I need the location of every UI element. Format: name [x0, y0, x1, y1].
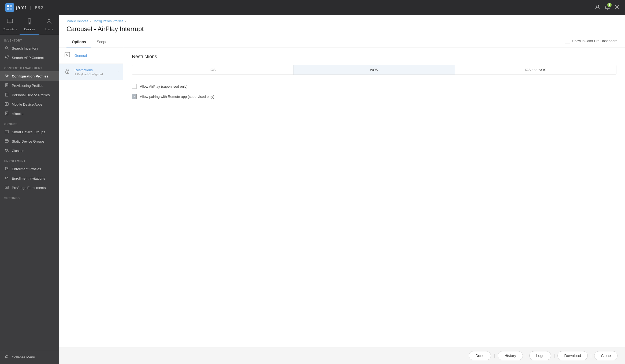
collapse-menu-button[interactable]: Collapse Menu [0, 352, 59, 362]
sidebar-item-ebooks[interactable]: eBooks [0, 109, 59, 118]
sidebar-item-enrollment-invitations[interactable]: Enrollment Invitations [0, 174, 59, 183]
general-title: General [75, 54, 119, 58]
svg-point-5 [616, 6, 618, 8]
sidebar-item-mobile-apps[interactable]: Mobile Device Apps [0, 100, 59, 109]
svg-point-28 [5, 149, 6, 150]
sidebar-item-personal-device[interactable]: Personal Device Profiles [0, 90, 59, 100]
clone-button[interactable]: Clone [594, 351, 617, 360]
svg-rect-24 [5, 130, 8, 133]
sep-4: | [590, 353, 592, 358]
svg-rect-34 [65, 52, 70, 57]
sep-2: | [526, 353, 527, 358]
os-tab-ios-tvos[interactable]: iOS and tvOS [455, 65, 616, 75]
ebooks-icon [4, 112, 9, 116]
svg-point-14 [6, 75, 8, 77]
dashboard-checkbox[interactable] [565, 38, 570, 43]
pairing-checkbox[interactable] [132, 94, 137, 99]
static-groups-icon [4, 139, 9, 144]
devices-icon [26, 18, 33, 26]
jamf-logo-icon [5, 3, 14, 12]
sidebar-item-search-vpp[interactable]: Search VPP Content [0, 53, 59, 62]
left-panel-general[interactable]: General [59, 47, 123, 64]
section-content-mgmt: CONTENT MANAGEMENT [0, 62, 59, 71]
breadcrumb-config-profiles[interactable]: Configuration Profiles [92, 19, 123, 23]
svg-line-11 [8, 49, 9, 50]
restrictions-text: Restrictions 1 Payload Configured [75, 68, 114, 76]
airplay-label: Allow AirPlay (supervised only) [140, 84, 188, 88]
sep-1: | [494, 353, 495, 358]
sidebar-item-smart-groups[interactable]: Smart Device Groups [0, 127, 59, 137]
logs-button[interactable]: Logs [529, 351, 551, 360]
svg-point-8 [29, 23, 30, 23]
sidebar-item-search-inventory[interactable]: Search Inventory [0, 44, 59, 53]
sidebar-item-classes[interactable]: Classes [0, 146, 59, 155]
svg-rect-1 [10, 5, 12, 7]
svg-rect-6 [7, 19, 13, 23]
nav-tab-computers[interactable]: Computers [0, 15, 20, 35]
svg-rect-26 [5, 140, 8, 142]
breadcrumb-mobile-devices[interactable]: Mobile Devices [66, 19, 88, 23]
svg-rect-0 [7, 5, 9, 7]
history-button[interactable]: History [498, 351, 523, 360]
personal-device-label: Personal Device Profiles [12, 93, 50, 97]
nav-tab-users[interactable]: Users [39, 15, 59, 35]
enrollment-profiles-icon [4, 167, 9, 171]
tab-scope[interactable]: Scope [91, 37, 113, 47]
sidebar-item-config-profiles[interactable]: Configuration Profiles [0, 71, 59, 81]
left-panel: General Restrictions 1 Payload Configure… [59, 47, 123, 347]
user-icon-button[interactable] [595, 4, 600, 11]
restrictions-icon [63, 68, 71, 76]
users-icon [46, 18, 52, 26]
notifications-button[interactable]: 1 [605, 4, 610, 11]
top-nav: jamf | PRO 1 [0, 0, 625, 15]
checkbox-allow-pairing: Allow pairing with Remote app (supervise… [132, 91, 616, 102]
svg-line-13 [7, 58, 8, 59]
bottom-bar: Done | History | Logs | Download | Clone [59, 347, 625, 364]
top-nav-actions: 1 [595, 4, 620, 11]
section-inventory: INVENTORY [0, 35, 59, 44]
sidebar-item-provisioning[interactable]: Provisioning Profiles [0, 81, 59, 90]
settings-button[interactable] [614, 4, 620, 11]
os-tab-tvos[interactable]: tvOS [293, 65, 455, 75]
smart-groups-icon [4, 130, 9, 134]
logo: jamf | PRO [5, 3, 44, 12]
airplay-checkbox[interactable] [132, 84, 137, 89]
mobile-apps-label: Mobile Device Apps [12, 102, 42, 106]
sidebar: Computers Devices Users [0, 15, 59, 364]
left-panel-restrictions[interactable]: Restrictions 1 Payload Configured › [59, 64, 123, 80]
classes-label: Classes [12, 149, 24, 153]
provisioning-label: Provisioning Profiles [12, 84, 43, 88]
pro-text: PRO [35, 6, 44, 9]
breadcrumb-sep-1: › [90, 19, 91, 23]
svg-rect-18 [5, 93, 8, 96]
breadcrumb-sep-2: › [125, 19, 126, 23]
section-enrollment: ENROLLMENT [0, 155, 59, 164]
collapse-icon [4, 355, 9, 359]
sidebar-item-static-groups[interactable]: Static Device Groups [0, 137, 59, 146]
config-profiles-label: Configuration Profiles [12, 74, 49, 78]
tab-options[interactable]: Options [66, 37, 91, 47]
content-body: General Restrictions 1 Payload Configure… [59, 47, 625, 347]
computers-label: Computers [3, 28, 17, 31]
os-tab-ios[interactable]: iOS [132, 65, 293, 75]
svg-point-9 [48, 19, 50, 21]
classes-icon [4, 148, 9, 153]
sidebar-item-enrollment-profiles[interactable]: Enrollment Profiles [0, 164, 59, 174]
download-button[interactable]: Download [557, 351, 587, 360]
right-panel: Restrictions iOS tvOS iOS and tvOS Allow… [123, 47, 625, 347]
mobile-apps-icon [4, 102, 9, 107]
provisioning-icon [4, 83, 9, 88]
done-button[interactable]: Done [469, 351, 491, 360]
sidebar-item-prestage[interactable]: PreStage Enrollments [0, 183, 59, 192]
prestage-icon [4, 185, 9, 190]
general-text: General [75, 54, 119, 58]
devices-label: Devices [24, 28, 35, 31]
os-tabs: iOS tvOS iOS and tvOS [132, 65, 616, 75]
users-label: Users [45, 28, 53, 31]
show-in-dashboard-container: Show in Jamf Pro Dashboard [565, 38, 617, 46]
restrictions-section-title: Restrictions [132, 54, 616, 60]
nav-tab-devices[interactable]: Devices [20, 15, 39, 35]
general-icon [63, 51, 71, 60]
content-area: Mobile Devices › Configuration Profiles … [59, 15, 625, 364]
breadcrumb: Mobile Devices › Configuration Profiles … [66, 19, 617, 23]
